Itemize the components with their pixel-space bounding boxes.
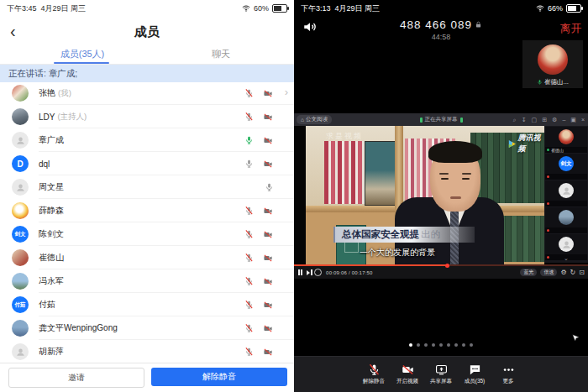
member-name: 龚文平WenpingGong — [39, 322, 118, 334]
avatar — [559, 210, 574, 225]
shared-window-tab[interactable]: ⌂公文阅读 — [297, 115, 332, 124]
status-time-date: 下午3:45 4月29日 周三 — [7, 3, 86, 14]
member-name: dql — [39, 159, 50, 169]
mic-icon[interactable] — [244, 112, 254, 122]
invite-button[interactable]: 邀请 — [8, 368, 144, 388]
chevron-right-icon[interactable]: › — [285, 86, 288, 98]
camera-icon[interactable] — [262, 89, 274, 98]
participant-thumbnail[interactable]: 剑文 — [545, 154, 587, 180]
camera-icon[interactable] — [262, 324, 274, 333]
settings-icon[interactable]: ⚙ — [560, 266, 566, 279]
minimize-icon[interactable]: – — [562, 113, 565, 126]
refresh-icon[interactable]: ↻ — [570, 266, 576, 279]
meeting-info[interactable]: 488 466 089 44:58 — [294, 17, 588, 41]
member-row[interactable]: LDY (主持人) › — [0, 105, 294, 128]
member-row[interactable]: 冯永军 › — [0, 269, 294, 293]
member-row[interactable]: 章广成 › — [0, 128, 294, 152]
shared-window-titlebar: ⌂公文阅读 正在共享屏幕 ⌕ ↧ ▢ ⊞ ⚙ – ▣ × — [294, 113, 588, 126]
speed-button[interactable]: 倍速 — [540, 269, 557, 276]
mic-icon[interactable] — [244, 229, 254, 239]
camera-icon[interactable] — [262, 277, 274, 286]
tab-active-underline — [54, 62, 109, 64]
meeting-panel: 下午3:13 4月29日 周三 66% 488 466 089 44:58 离开… — [294, 0, 588, 392]
participant-thumbnail[interactable] — [545, 180, 587, 206]
maximize-icon[interactable]: ▣ — [570, 113, 576, 126]
leave-button[interactable]: 离开 — [560, 22, 581, 36]
close-icon[interactable]: × — [581, 113, 585, 126]
tab-members[interactable]: 成员(35人) — [49, 48, 116, 60]
thumb-list: 崔德山 剑文 — [544, 127, 588, 260]
self-video-tile[interactable]: 崔德山... — [522, 40, 583, 88]
unmute-button[interactable]: 解除静音 — [151, 368, 287, 386]
quality-button[interactable]: 蓝光 — [520, 269, 537, 276]
progress-handle[interactable] — [445, 264, 449, 268]
member-row[interactable]: 龚文平WenpingGong › — [0, 316, 294, 340]
fullscreen-icon[interactable]: ⊡ — [579, 266, 585, 279]
participant-thumbnail[interactable] — [545, 207, 587, 233]
mic-icon[interactable] — [244, 206, 254, 216]
members-panel: 下午3:45 4月29日 周三 60% ‹ 成员 成员(35人) 聊天 正在讲话… — [0, 0, 294, 392]
member-row[interactable]: 胡新萍 › — [0, 340, 294, 363]
battery-icon — [272, 4, 287, 13]
mic-icon[interactable] — [244, 276, 254, 286]
toolbar-unmute[interactable]: 解除静音 — [358, 357, 390, 392]
person-icon — [15, 347, 26, 358]
avatar-text: D — [17, 159, 23, 169]
camera-icon[interactable] — [262, 348, 274, 357]
thumbnail-label — [545, 174, 587, 180]
mic-icon[interactable] — [244, 135, 254, 145]
mic-icon[interactable] — [244, 88, 254, 98]
camera-icon[interactable] — [262, 159, 274, 169]
download-icon[interactable]: ↧ — [522, 113, 527, 126]
person-icon — [15, 135, 26, 146]
playback-mode-icon[interactable] — [314, 269, 322, 276]
nav-bar: ‹ 成员 — [0, 17, 294, 46]
member-name: 薛静森 — [39, 205, 64, 217]
back-button[interactable]: ‹ — [10, 19, 16, 43]
next-episode-button[interactable] — [307, 270, 310, 275]
member-name: 周文星 — [39, 181, 64, 193]
pause-button[interactable] — [298, 269, 302, 275]
participant-thumbnail[interactable]: 崔德山 — [545, 127, 587, 153]
member-row[interactable]: 周文星 › — [0, 175, 294, 199]
tab-chat[interactable]: 聊天 — [202, 48, 240, 60]
mic-icon[interactable] — [244, 253, 254, 263]
wifi-icon — [536, 4, 544, 13]
brand-logo: 腾讯视频 — [508, 133, 544, 154]
gear-icon[interactable]: ⚙ — [552, 113, 557, 126]
mic-icon[interactable] — [244, 159, 254, 169]
member-list: 张艳 (我) › LDY (主持人) › — [0, 81, 294, 363]
camera-icon[interactable] — [262, 230, 274, 239]
layout-icon[interactable]: ▢ — [532, 113, 538, 126]
toolbar-more[interactable]: 更多 — [492, 357, 524, 392]
member-name: 崔德山 — [39, 252, 64, 264]
camera-icon[interactable] — [262, 136, 274, 145]
mic-icon[interactable] — [244, 347, 254, 357]
camera-icon[interactable] — [262, 253, 274, 263]
member-row[interactable]: 薛静森 › — [0, 199, 294, 222]
member-row[interactable]: 张艳 (我) › — [0, 81, 294, 105]
member-name: 张艳 — [39, 87, 55, 99]
toolbar-start-video[interactable]: 开启视频 — [391, 357, 423, 392]
camera-icon[interactable] — [262, 206, 274, 216]
mic-icon[interactable] — [244, 300, 254, 310]
member-row[interactable]: D dql › — [0, 152, 294, 175]
toolbar-members[interactable]: 成员(35) — [459, 357, 491, 392]
mic-status-icon — [547, 149, 549, 151]
collapse-sidebar-icon[interactable]: ⌄ — [544, 256, 588, 263]
camera-icon[interactable] — [262, 112, 274, 122]
screenshot-root: 下午3:45 4月29日 周三 60% ‹ 成员 成员(35人) 聊天 正在讲话… — [0, 0, 588, 392]
toolbar-share-screen[interactable]: 共享屏幕 — [425, 357, 457, 392]
avatar — [12, 202, 29, 219]
apps-icon[interactable]: ⊞ — [542, 113, 547, 126]
member-row[interactable]: 崔德山 › — [0, 246, 294, 269]
member-row[interactable]: 剑文 陈剑文 › — [0, 222, 294, 246]
mic-icon[interactable] — [265, 182, 274, 192]
member-row[interactable]: 付茹 付茹 › — [0, 293, 294, 316]
member-name: 章广成 — [39, 134, 64, 146]
search-icon[interactable]: ⌕ — [513, 113, 517, 126]
mic-status-icon — [547, 175, 549, 178]
member-name: 付茹 — [39, 299, 55, 311]
camera-icon[interactable] — [262, 301, 274, 310]
mic-icon[interactable] — [244, 323, 254, 333]
